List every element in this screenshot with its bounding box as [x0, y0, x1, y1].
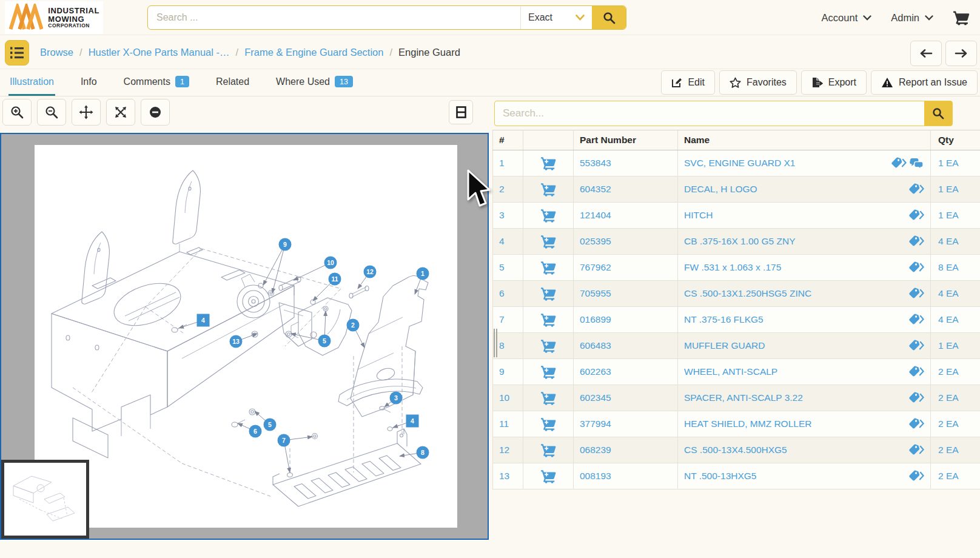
part-name-link[interactable]: NT .500-13HXG5 [684, 471, 756, 482]
tab-comments[interactable]: Comments 1 [122, 69, 190, 96]
tag-icon[interactable] [909, 314, 924, 326]
tab-info[interactable]: Info [79, 69, 98, 96]
breadcrumb-browse[interactable]: Browse [40, 47, 73, 58]
part-number-link[interactable]: 604352 [574, 176, 678, 202]
add-to-cart-button[interactable] [523, 229, 574, 254]
add-to-cart-button[interactable] [523, 307, 574, 332]
panel-splitter[interactable] [494, 329, 498, 357]
part-name-link[interactable]: SVC, ENGINE GUARD X1 [684, 158, 795, 169]
table-row[interactable]: 2 604352 DECAL, H LOGO 1 EA [492, 176, 980, 203]
tag-icon[interactable] [909, 183, 924, 195]
add-to-cart-button[interactable] [523, 385, 574, 411]
report-issue-button[interactable]: Report an Issue [871, 70, 978, 95]
zoom-out-button[interactable] [37, 99, 66, 126]
zoom-in-button[interactable] [2, 99, 32, 126]
part-name-link[interactable]: SPACER, ANTI-SCALP 3.22 [684, 392, 803, 403]
comment-icon[interactable] [910, 158, 924, 169]
add-to-cart-button[interactable] [523, 359, 574, 385]
add-to-cart-button[interactable] [523, 176, 574, 202]
part-number-link[interactable]: 008193 [574, 463, 678, 489]
table-row[interactable]: 8 606483 MUFFLER GUARD 1 EA [492, 333, 980, 359]
table-row[interactable]: 7 016899 NT .375-16 FLKG5 4 EA [492, 307, 980, 333]
tag-icon[interactable] [909, 470, 924, 482]
favorites-button[interactable]: Favorites [719, 70, 797, 95]
add-to-cart-button[interactable] [523, 150, 574, 176]
part-name-link[interactable]: HEAT SHIELD, MMZ ROLLER [684, 419, 811, 429]
illustration-canvas[interactable]: 9101112142135345678 [0, 133, 489, 540]
pan-button[interactable] [72, 99, 101, 126]
table-row[interactable]: 10 602345 SPACER, ANTI-SCALP 3.22 2 EA [492, 385, 980, 411]
part-number-link[interactable]: 767962 [574, 255, 678, 280]
part-number-link[interactable]: 025395 [574, 229, 678, 254]
part-number-link[interactable]: 602263 [574, 359, 678, 385]
part-name-link[interactable]: HITCH [684, 210, 713, 221]
part-number-link[interactable]: 602345 [574, 385, 678, 411]
navigation-thumbnail[interactable] [1, 460, 89, 539]
tab-where-used[interactable]: Where Used 13 [275, 69, 354, 96]
part-name-link[interactable]: NT .375-16 FLKG5 [684, 314, 764, 325]
add-to-cart-button[interactable] [523, 411, 574, 437]
table-row[interactable]: 4 025395 CB .375-16X 1.00 G5 ZNY 4 EA [492, 229, 980, 255]
table-row[interactable]: 9 602263 WHEEL, ANTI-SCALP 2 EA [492, 359, 980, 385]
company-logo[interactable]: INDUSTRIAL MOWING CORPORATION [5, 1, 103, 34]
parts-search-button[interactable] [924, 101, 952, 126]
tag-icon[interactable] [909, 418, 924, 430]
part-number-link[interactable]: 705955 [574, 281, 678, 306]
part-name-link[interactable]: CS .500-13X4.500HXG5 [684, 445, 787, 455]
tag-icon[interactable] [909, 261, 924, 274]
fit-to-screen-button[interactable] [106, 99, 135, 126]
part-number-link[interactable]: 068239 [574, 437, 678, 463]
search-match-mode-select[interactable]: Exact [520, 6, 592, 29]
table-of-contents-button[interactable] [5, 40, 29, 66]
chevron-down-icon [925, 15, 933, 21]
global-search-button[interactable] [592, 6, 626, 29]
part-number-link[interactable]: 016899 [574, 307, 678, 332]
part-name-link[interactable]: DECAL, H LOGO [684, 184, 757, 195]
tag-icon[interactable] [909, 392, 924, 404]
table-row[interactable]: 12 068239 CS .500-13X4.500HXG5 2 EA [492, 437, 980, 463]
tag-icon[interactable] [909, 235, 924, 247]
add-to-cart-button[interactable] [523, 437, 574, 463]
part-name-link[interactable]: CS .500-13X1.250HSG5 ZINC [684, 288, 811, 299]
part-name-link[interactable]: WHEEL, ANTI-SCALP [684, 366, 777, 377]
part-name-link[interactable]: MUFFLER GUARD [684, 340, 765, 351]
add-to-cart-button[interactable] [523, 281, 574, 306]
split-view-toggle-button[interactable] [449, 100, 473, 124]
add-to-cart-button[interactable] [523, 333, 574, 358]
cart-button[interactable] [953, 10, 970, 25]
breadcrumb-manual[interactable]: Hustler X-One Parts Manual -… [89, 47, 230, 58]
table-row[interactable]: 5 767962 FW .531 x 1.063 x .175 8 EA [492, 255, 980, 281]
tag-icon[interactable] [909, 287, 924, 300]
part-number-link[interactable]: 377994 [574, 411, 678, 437]
part-number-link[interactable]: 606483 [574, 333, 678, 358]
table-row[interactable]: 13 008193 NT .500-13HXG5 2 EA [492, 463, 980, 489]
table-row[interactable]: 1 553843 SVC, ENGINE GUARD X1 1 EA [492, 150, 980, 176]
tag-icon[interactable] [909, 366, 924, 378]
add-to-cart-button[interactable] [523, 463, 574, 489]
global-search-input[interactable] [148, 6, 520, 29]
edit-button[interactable]: Edit [661, 70, 715, 95]
export-button[interactable]: Export [801, 70, 867, 95]
add-to-cart-button[interactable] [523, 203, 574, 228]
tag-icon[interactable] [891, 157, 907, 169]
tab-illustration[interactable]: Illustration [8, 69, 55, 96]
tab-related[interactable]: Related [215, 69, 250, 96]
tag-icon[interactable] [909, 209, 924, 221]
tag-icon[interactable] [909, 444, 924, 456]
breadcrumb-section[interactable]: Frame & Engine Guard Section [244, 47, 383, 58]
parts-search-input[interactable] [495, 101, 924, 126]
admin-menu[interactable]: Admin [891, 12, 933, 24]
table-row[interactable]: 11 377994 HEAT SHIELD, MMZ ROLLER 2 EA [492, 411, 980, 437]
part-number-link[interactable]: 121404 [574, 203, 678, 228]
part-name-link[interactable]: FW .531 x 1.063 x .175 [684, 262, 781, 273]
hide-callouts-button[interactable] [141, 99, 170, 126]
part-number-link[interactable]: 553843 [574, 150, 678, 176]
next-page-button[interactable] [945, 41, 977, 66]
part-name-link[interactable]: CB .375-16X 1.00 G5 ZNY [684, 236, 796, 247]
table-row[interactable]: 6 705955 CS .500-13X1.250HSG5 ZINC 4 EA [492, 281, 980, 307]
table-row[interactable]: 3 121404 HITCH 1 EA [492, 203, 980, 229]
previous-page-button[interactable] [910, 41, 942, 66]
account-menu[interactable]: Account [822, 12, 872, 24]
add-to-cart-button[interactable] [523, 255, 574, 280]
tag-icon[interactable] [909, 340, 924, 352]
